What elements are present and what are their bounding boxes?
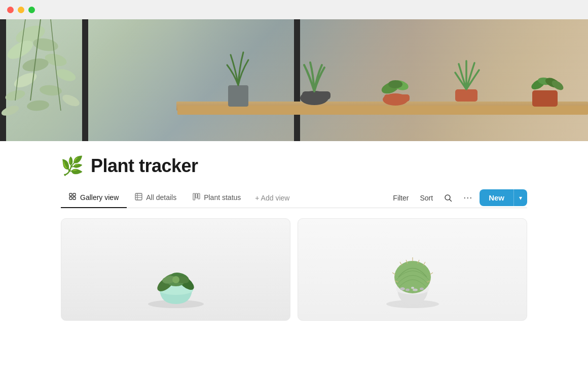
svg-rect-22 [532,90,558,107]
new-button-dropdown[interactable]: ▾ [513,189,527,206]
traffic-light-green[interactable] [28,7,35,13]
gallery-card-2[interactable] [298,218,527,321]
svg-rect-31 [135,193,142,200]
svg-rect-29 [69,197,72,199]
more-options-button[interactable]: ··· [459,189,476,206]
gallery-grid [61,218,527,321]
titlebar [0,0,588,19]
new-button-group: New ▾ [480,189,527,206]
add-view-button[interactable]: + Add view [249,189,296,207]
tab-all-details-label: All details [146,193,176,202]
svg-line-39 [450,199,452,202]
tab-plant-status[interactable]: Plant status [185,188,249,208]
filter-label: Filter [393,194,409,202]
plant-visual-succulent [110,219,242,320]
cactus-svg [357,229,468,310]
svg-point-20 [388,80,402,88]
svg-point-67 [420,288,424,290]
svg-rect-13 [228,85,248,107]
svg-point-66 [413,289,418,291]
tab-all-details[interactable]: All details [127,188,185,208]
svg-point-64 [400,287,405,290]
sort-label: Sort [420,194,433,202]
tabs-right: Filter Sort ··· New ▾ [389,189,527,206]
svg-rect-30 [73,197,76,199]
svg-rect-21 [455,89,477,102]
svg-rect-35 [193,193,195,200]
sort-button[interactable]: Sort [416,191,437,205]
chevron-down-icon: ▾ [519,194,522,202]
tabs-left: Gallery view All details [61,188,296,208]
svg-rect-37 [198,193,200,199]
svg-rect-28 [73,193,76,196]
page-content: 🌿 Plant tracker Gallery view [0,141,588,321]
add-view-label: + Add view [255,194,289,202]
shelf-plants-svg [0,19,588,141]
traffic-light-yellow[interactable] [18,7,24,13]
svg-rect-15 [302,91,330,99]
kanban-icon [193,193,200,202]
page-title-row: 🌿 Plant tracker [61,155,527,177]
search-icon [444,194,452,202]
svg-rect-12 [177,106,588,115]
tabs-bar: Gallery view All details [61,188,527,208]
more-options-icon: ··· [463,192,472,203]
svg-rect-36 [196,193,198,198]
svg-point-68 [411,287,414,289]
tab-gallery-view[interactable]: Gallery view [61,188,127,208]
tab-plant-status-label: Plant status [204,193,241,202]
hero-banner [0,19,588,141]
page-emoji: 🌿 [61,157,84,175]
tab-gallery-view-label: Gallery view [80,193,119,202]
gallery-card-1[interactable] [61,218,290,321]
svg-rect-17 [384,94,410,102]
filter-button[interactable]: Filter [389,191,413,205]
svg-rect-27 [69,193,72,196]
search-button[interactable] [440,191,456,205]
table-icon [135,193,142,202]
plant-visual-cactus [347,219,479,320]
new-button[interactable]: New [480,189,513,206]
page-title: Plant tracker [91,155,198,177]
gallery-icon [69,193,77,202]
traffic-light-red[interactable] [7,7,14,13]
succulent-svg [120,229,232,310]
svg-point-65 [406,289,410,291]
svg-point-50 [172,276,179,283]
